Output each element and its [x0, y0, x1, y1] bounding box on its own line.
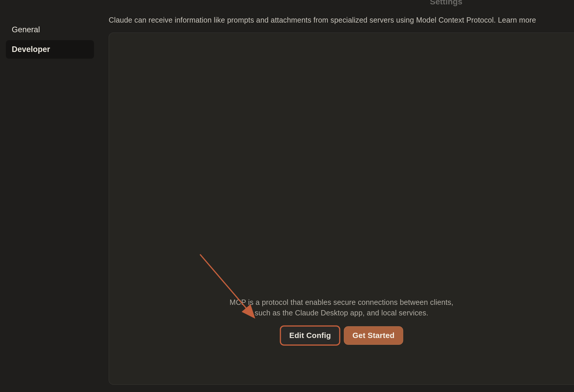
mcp-content-panel: MCP is a protocol that enables secure co…: [109, 33, 574, 385]
page-title: Settings: [430, 0, 462, 6]
sidebar-item-label: Developer: [12, 45, 50, 54]
action-buttons: Edit Config Get Started: [109, 325, 574, 346]
mcp-empty-state: MCP is a protocol that enables secure co…: [109, 297, 574, 346]
sidebar-item-label: General: [12, 25, 40, 34]
edit-config-button[interactable]: Edit Config: [280, 325, 340, 346]
sidebar-item-general[interactable]: General: [6, 21, 94, 39]
mcp-description-line2: such as the Claude Desktop app, and loca…: [255, 309, 428, 317]
main-content: Claude can receive information like prom…: [109, 16, 574, 385]
description-text: Claude can receive information like prom…: [109, 16, 498, 24]
learn-more-link[interactable]: Learn more: [498, 16, 536, 24]
get-started-button[interactable]: Get Started: [344, 326, 403, 345]
settings-sidebar: General Developer: [6, 21, 94, 60]
sidebar-item-developer[interactable]: Developer: [6, 40, 94, 59]
mcp-description-line1: MCP is a protocol that enables secure co…: [230, 298, 454, 306]
mcp-description: MCP is a protocol that enables secure co…: [109, 297, 574, 318]
mcp-header-description: Claude can receive information like prom…: [109, 16, 574, 24]
